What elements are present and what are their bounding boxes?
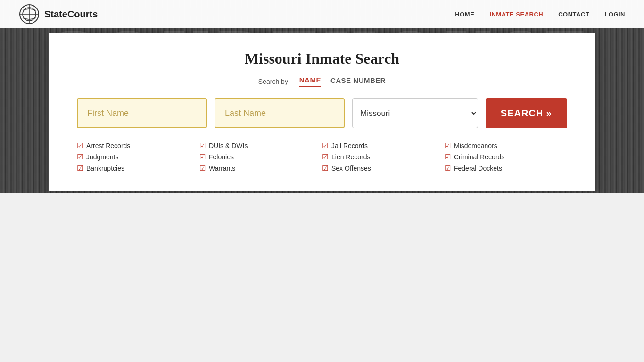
search-card: Missouri Inmate Search Search by: NAME C… bbox=[49, 33, 595, 191]
feature-label: Judgments bbox=[86, 153, 118, 161]
check-icon: ☑ bbox=[322, 141, 328, 150]
feature-item: ☑Lien Records bbox=[322, 153, 445, 161]
feature-label: Warrants bbox=[209, 165, 235, 172]
navbar: StateCourts HOME INMATE SEARCH CONTACT L… bbox=[0, 0, 644, 28]
check-icon: ☑ bbox=[322, 153, 328, 161]
feature-item: ☑Federal Dockets bbox=[445, 164, 567, 173]
logo-link[interactable]: StateCourts bbox=[19, 4, 98, 25]
feature-label: DUIs & DWIs bbox=[209, 142, 248, 149]
check-icon: ☑ bbox=[445, 164, 451, 173]
search-inputs-row: AlabamaAlaskaArizonaArkansasCaliforniaCo… bbox=[77, 98, 567, 128]
nav-login[interactable]: LOGIN bbox=[604, 11, 625, 18]
nav-contact[interactable]: CONTACT bbox=[558, 11, 589, 18]
feature-item: ☑Warrants bbox=[199, 164, 322, 173]
feature-label: Misdemeanors bbox=[454, 142, 497, 149]
feature-label: Sex Offenses bbox=[331, 165, 371, 172]
nav-links: HOME INMATE SEARCH CONTACT LOGIN bbox=[455, 11, 625, 18]
feature-item: ☑Sex Offenses bbox=[322, 164, 445, 173]
check-icon: ☑ bbox=[77, 164, 83, 173]
search-button[interactable]: SEARCH » bbox=[486, 98, 567, 128]
check-icon: ☑ bbox=[77, 153, 83, 161]
logo-icon bbox=[19, 4, 40, 25]
search-card-title: Missouri Inmate Search bbox=[77, 50, 567, 67]
nav-inmate-search[interactable]: INMATE SEARCH bbox=[489, 11, 543, 18]
first-name-input[interactable] bbox=[77, 98, 207, 128]
feature-item: ☑Bankruptcies bbox=[77, 164, 199, 173]
feature-label: Arrest Records bbox=[86, 142, 130, 149]
check-icon: ☑ bbox=[445, 153, 451, 161]
search-by-label: Search by: bbox=[258, 78, 290, 85]
hero-section: COURTHOUSE StateCourts HOME INMATE SEARC… bbox=[0, 0, 644, 193]
check-icon: ☑ bbox=[199, 141, 206, 150]
logo-text: StateCourts bbox=[44, 9, 98, 20]
feature-item: ☑Arrest Records bbox=[77, 141, 199, 150]
feature-item: ☑Jail Records bbox=[322, 141, 445, 150]
features-grid: ☑Arrest Records☑DUIs & DWIs☑Jail Records… bbox=[77, 141, 567, 173]
check-icon: ☑ bbox=[445, 141, 451, 150]
feature-label: Felonies bbox=[209, 153, 234, 161]
state-select[interactable]: AlabamaAlaskaArizonaArkansasCaliforniaCo… bbox=[352, 98, 478, 128]
search-by-row: Search by: NAME CASE NUMBER bbox=[77, 76, 567, 87]
last-name-input[interactable] bbox=[215, 98, 345, 128]
feature-label: Jail Records bbox=[331, 142, 368, 149]
check-icon: ☑ bbox=[322, 164, 328, 173]
nav-home[interactable]: HOME bbox=[455, 11, 474, 18]
tab-name[interactable]: NAME bbox=[299, 76, 321, 87]
feature-item: ☑Felonies bbox=[199, 153, 322, 161]
feature-item: ☑DUIs & DWIs bbox=[199, 141, 322, 150]
feature-item: ☑Misdemeanors bbox=[445, 141, 567, 150]
check-icon: ☑ bbox=[77, 141, 83, 150]
check-icon: ☑ bbox=[199, 153, 206, 161]
feature-label: Bankruptcies bbox=[86, 165, 124, 172]
tab-case-number[interactable]: CASE NUMBER bbox=[330, 76, 386, 86]
feature-item: ☑Judgments bbox=[77, 153, 199, 161]
check-icon: ☑ bbox=[199, 164, 206, 173]
feature-item: ☑Criminal Records bbox=[445, 153, 567, 161]
feature-label: Federal Dockets bbox=[454, 165, 502, 172]
feature-label: Criminal Records bbox=[454, 153, 504, 161]
feature-label: Lien Records bbox=[331, 153, 371, 161]
